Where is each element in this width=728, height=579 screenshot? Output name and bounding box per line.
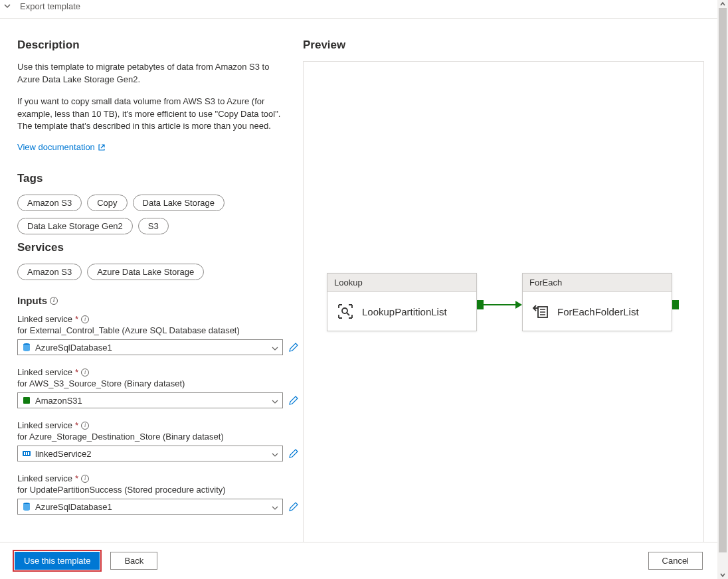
sql-database-icon (22, 343, 31, 352)
edit-icon[interactable] (288, 501, 299, 512)
back-button[interactable]: Back (110, 552, 157, 570)
node-title: ForEach (523, 274, 672, 292)
pipeline-node-lookup[interactable]: Lookup LookupPartitionList (327, 273, 477, 331)
node-body-text: LookupPartitionList (362, 306, 447, 317)
tag-pill[interactable]: Copy (87, 195, 127, 211)
services-heading: Services (17, 241, 303, 254)
svg-rect-3 (24, 452, 25, 455)
required-star: * (75, 314, 78, 324)
description-para1: Use this template to migrate petabytes o… (17, 61, 286, 86)
select-value: AmazonS31 (35, 396, 82, 406)
tag-pill[interactable]: Data Lake Storage (133, 195, 225, 211)
external-link-icon (98, 143, 106, 151)
required-star: * (75, 473, 78, 483)
description-para2: If you want to copy small data volume fr… (17, 96, 286, 133)
info-icon[interactable]: i (81, 475, 89, 483)
connector-port[interactable] (672, 300, 679, 309)
description-heading: Description (17, 39, 303, 52)
edit-icon[interactable] (288, 342, 299, 353)
linked-service-label: Linked service * i (17, 473, 303, 483)
svg-rect-1 (23, 397, 30, 404)
linked-service-label: Linked service * i (17, 314, 303, 324)
service-pill[interactable]: Azure Data Lake Storage (87, 264, 204, 280)
breadcrumb-export-template[interactable]: Export template (0, 0, 717, 18)
linked-service-sublabel: for External_Control_Table (Azure SQL Da… (17, 325, 303, 335)
view-documentation-link[interactable]: View documentation (17, 142, 106, 152)
scroll-down-arrow-icon[interactable] (717, 571, 728, 579)
select-value: linkedService2 (35, 449, 92, 459)
tag-pill[interactable]: S3 (138, 218, 169, 234)
chevron-down-icon (4, 1, 11, 8)
svg-rect-5 (28, 452, 29, 455)
linked-service-select[interactable]: linkedService2 (17, 446, 283, 461)
use-template-button[interactable]: Use this template (15, 552, 100, 570)
linked-service-select[interactable]: AzureSqlDatabase1 (17, 339, 283, 355)
svg-point-7 (342, 308, 347, 313)
sql-database-icon (22, 502, 31, 511)
preview-heading: Preview (303, 39, 704, 52)
pipeline-node-foreach[interactable]: ForEach ForEachFolderList (522, 273, 672, 331)
chevron-down-icon (272, 450, 278, 457)
connector-port[interactable] (477, 300, 484, 309)
tag-pill[interactable]: Data Lake Storage Gen2 (17, 218, 133, 234)
edit-icon[interactable] (288, 448, 299, 459)
info-icon[interactable]: i (81, 315, 89, 323)
chevron-down-icon (272, 503, 278, 510)
info-icon[interactable]: i (81, 422, 89, 430)
divider (0, 18, 717, 19)
node-title: Lookup (327, 274, 476, 292)
select-value: AzureSqlDatabase1 (35, 343, 112, 353)
linked-service-label: Linked service * i (17, 367, 303, 377)
chevron-down-icon (272, 344, 278, 351)
scrollbar-thumb[interactable] (719, 8, 727, 552)
svg-rect-4 (26, 452, 27, 455)
arrow-head-icon (515, 301, 522, 309)
tag-pill[interactable]: Amazon S3 (17, 195, 82, 211)
inputs-heading: Inputs i (17, 295, 303, 306)
linked-service-sublabel: for AWS_S3_Source_Store (Binary dataset) (17, 378, 303, 388)
linked-service-sublabel: for UpdatePartitionSuccess (Stored proce… (17, 485, 303, 495)
node-body-text: ForEachFolderList (557, 306, 639, 317)
connector-arrow (484, 304, 517, 305)
edit-icon[interactable] (288, 395, 299, 406)
adls-icon (22, 449, 31, 458)
linked-service-select[interactable]: AmazonS31 (17, 392, 283, 408)
foreach-icon (532, 303, 549, 320)
breadcrumb-label: Export template (20, 1, 80, 11)
preview-canvas[interactable]: Lookup LookupPartitionList ForEach (303, 61, 704, 542)
required-star: * (75, 367, 78, 377)
linked-service-label: Linked service * i (17, 420, 303, 430)
cancel-button[interactable]: Cancel (648, 552, 703, 570)
select-value: AzureSqlDatabase1 (35, 502, 112, 512)
info-icon[interactable]: i (50, 297, 58, 305)
chevron-down-icon (272, 397, 278, 404)
tags-heading: Tags (17, 172, 303, 185)
footer-bar: Use this template Back Cancel (0, 542, 717, 579)
service-pill[interactable]: Amazon S3 (17, 264, 82, 280)
info-icon[interactable]: i (81, 369, 89, 376)
amazon-s3-icon (22, 396, 31, 405)
linked-service-select[interactable]: AzureSqlDatabase1 (17, 499, 283, 515)
lookup-icon (337, 303, 354, 320)
required-star: * (75, 420, 78, 430)
linked-service-sublabel: for Azure_Storage_Destination_Store (Bin… (17, 432, 303, 442)
vertical-scrollbar[interactable] (717, 0, 728, 579)
link-text: View documentation (17, 142, 95, 152)
scroll-up-arrow-icon[interactable] (717, 0, 728, 8)
